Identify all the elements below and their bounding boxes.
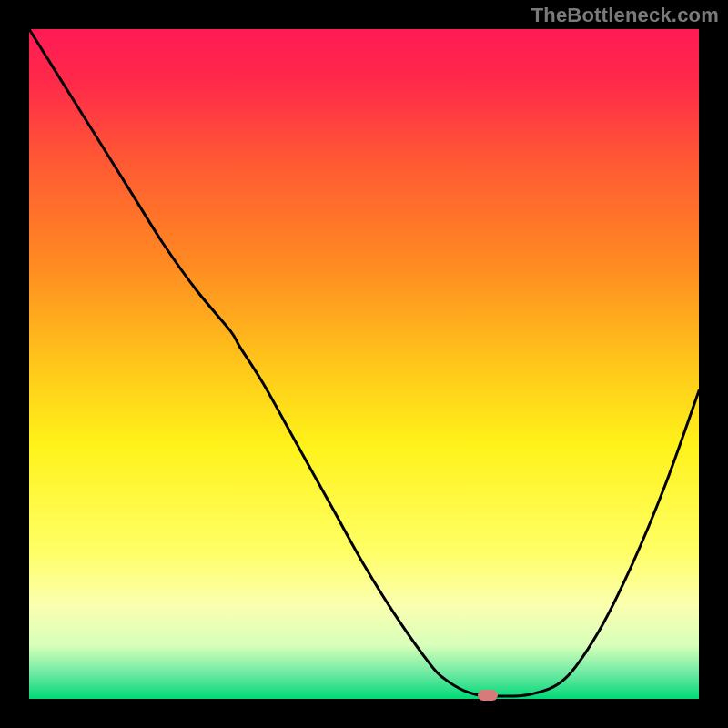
- gradient-background: [29, 29, 699, 699]
- chart-svg: [29, 29, 699, 699]
- plot-area: [29, 29, 699, 699]
- watermark-text: TheBottleneck.com: [531, 4, 719, 27]
- optimal-marker: [478, 690, 498, 701]
- chart-root: TheBottleneck.com: [0, 0, 728, 728]
